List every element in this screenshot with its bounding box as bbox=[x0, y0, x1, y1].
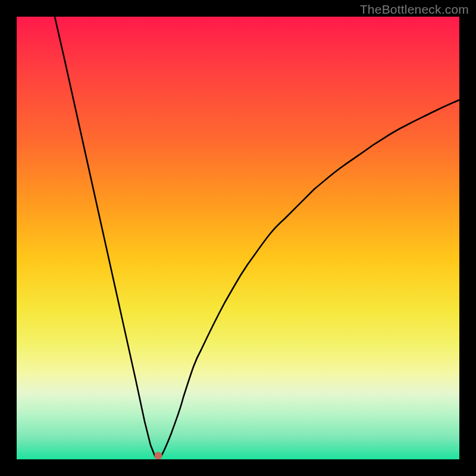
watermark-text: TheBottleneck.com bbox=[360, 2, 469, 17]
chart-plot-area bbox=[17, 17, 459, 459]
curve-svg bbox=[17, 17, 459, 459]
min-point-marker bbox=[155, 452, 162, 460]
bottleneck-curve-path bbox=[55, 17, 459, 457]
chart-frame: TheBottleneck.com bbox=[0, 0, 476, 476]
